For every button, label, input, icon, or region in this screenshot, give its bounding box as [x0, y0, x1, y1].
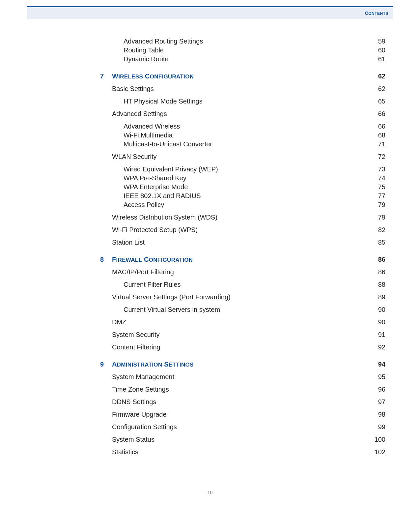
toc-page-number: 86 [369, 269, 385, 275]
toc-entry[interactable]: DDNS Settings97 [112, 399, 385, 405]
toc-entry[interactable]: Access Policy79 [124, 201, 385, 208]
toc-entry[interactable]: 9ADMINISTRATION SETTINGS94 [100, 361, 385, 368]
toc-entry[interactable]: 8FIREWALL CONFIGURATION86 [100, 256, 385, 263]
toc-entry-label: Advanced Routing Settings [124, 38, 203, 45]
toc-entry[interactable]: WPA Enterprise Mode75 [124, 184, 385, 190]
toc-entry-label: Wireless Distribution System (WDS) [112, 214, 217, 221]
toc-page-number: 71 [369, 141, 385, 147]
toc-entry[interactable]: Advanced Wireless66 [124, 123, 385, 130]
toc-entry[interactable]: 7WIRELESS CONFIGURATION62 [100, 73, 385, 79]
toc-page-number: 100 [369, 436, 385, 443]
toc-entry-label: Content Filtering [112, 344, 160, 350]
toc-entry[interactable]: Station List85 [112, 239, 385, 246]
toc-entry[interactable]: Wi-Fi Protected Setup (WPS)82 [112, 226, 385, 233]
toc-page-number: 88 [369, 281, 385, 288]
toc-page-number: 79 [369, 214, 385, 221]
toc-entry[interactable]: HT Physical Mode Settings65 [124, 98, 385, 104]
toc-page-number: 79 [369, 201, 385, 208]
toc-entry-label: WPA Enterprise Mode [124, 184, 188, 190]
toc-entry[interactable]: Advanced Routing Settings59 [124, 38, 385, 45]
toc-page-number: 62 [369, 85, 385, 92]
toc-entry-label: Multicast-to-Unicast Converter [124, 141, 212, 147]
toc-entry[interactable]: WPA Pre-Shared Key74 [124, 175, 385, 181]
toc-entry-label: Virtual Server Settings (Port Forwarding… [112, 294, 231, 300]
toc-page-number: 62 [369, 73, 385, 79]
toc-entry[interactable]: Routing Table60 [124, 47, 385, 53]
toc-entry-label: Current Virtual Servers in system [124, 306, 220, 313]
toc-entry-label: Routing Table [124, 47, 164, 53]
toc-entry-label: WPA Pre-Shared Key [124, 175, 186, 181]
toc-entry-label: Time Zone Settings [112, 386, 169, 393]
toc-entry-label: MAC/IP/Port Filtering [112, 269, 174, 275]
toc-entry[interactable]: DMZ90 [112, 319, 385, 325]
toc-page-number: 73 [369, 166, 385, 172]
toc-page-number: 91 [369, 331, 385, 338]
toc-entry[interactable]: Statistics102 [112, 449, 385, 455]
toc-entry-label: System Security [112, 331, 159, 338]
toc-entry-label: 9ADMINISTRATION SETTINGS [100, 361, 194, 368]
toc-entry-label: Advanced Settings [112, 110, 167, 117]
toc-entry[interactable]: Advanced Settings66 [112, 110, 385, 117]
toc-entry-label: DMZ [112, 319, 126, 325]
toc-page-number: 59 [369, 38, 385, 45]
page-footer: – 10 – [0, 490, 420, 495]
toc-page-number: 61 [369, 56, 385, 62]
toc-entry[interactable]: Virtual Server Settings (Port Forwarding… [112, 294, 385, 300]
toc-entry[interactable]: Content Filtering92 [112, 344, 385, 350]
toc-page-number: 102 [369, 449, 385, 455]
toc-page-number: 85 [369, 239, 385, 246]
toc-entry[interactable]: WLAN Security72 [112, 153, 385, 160]
toc-entry-label: Statistics [112, 449, 138, 455]
toc-entry[interactable]: Basic Settings62 [112, 85, 385, 92]
toc-entry[interactable]: Dynamic Route61 [124, 56, 385, 62]
table-of-contents: Advanced Routing Settings59Routing Table… [112, 36, 385, 461]
toc-entry-label: HT Physical Mode Settings [124, 98, 203, 104]
toc-entry[interactable]: Configuration Settings99 [112, 424, 385, 430]
toc-entry[interactable]: System Management95 [112, 373, 385, 380]
chapter-title: ADMINISTRATION SETTINGS [112, 361, 194, 368]
toc-entry[interactable]: Time Zone Settings96 [112, 386, 385, 393]
toc-entry-label: Station List [112, 239, 145, 246]
toc-entry[interactable]: Firmware Upgrade98 [112, 411, 385, 418]
footer-dash-left: – [202, 490, 208, 495]
toc-page-number: 66 [369, 123, 385, 130]
toc-entry[interactable]: Wireless Distribution System (WDS)79 [112, 214, 385, 221]
toc-entry-label: Firmware Upgrade [112, 411, 167, 418]
chapter-title: FIREWALL CONFIGURATION [112, 256, 193, 263]
toc-entry[interactable]: System Security91 [112, 331, 385, 338]
toc-entry[interactable]: Multicast-to-Unicast Converter71 [124, 141, 385, 147]
toc-page-number: 99 [369, 424, 385, 430]
toc-entry-label: 7WIRELESS CONFIGURATION [100, 73, 194, 79]
toc-entry-label: Current Filter Rules [124, 281, 181, 288]
toc-entry[interactable]: Current Virtual Servers in system90 [124, 306, 385, 313]
toc-page-number: 92 [369, 344, 385, 350]
toc-page-number: 94 [369, 361, 385, 368]
toc-page-number: 66 [369, 110, 385, 117]
toc-entry[interactable]: Current Filter Rules88 [124, 281, 385, 288]
document-page: CONTENTS Advanced Routing Settings59Rout… [0, 0, 420, 505]
toc-entry-label: DDNS Settings [112, 399, 156, 405]
toc-entry[interactable]: IEEE 802.1X and RADIUS77 [124, 193, 385, 199]
footer-page-number: 10 [208, 490, 213, 495]
chapter-number: 9 [100, 361, 112, 368]
toc-page-number: 82 [369, 226, 385, 233]
toc-page-number: 90 [369, 306, 385, 313]
toc-page-number: 97 [369, 399, 385, 405]
toc-entry[interactable]: Wired Equivalent Privacy (WEP)73 [124, 166, 385, 172]
toc-entry-label: IEEE 802.1X and RADIUS [124, 193, 201, 199]
toc-page-number: 68 [369, 132, 385, 138]
toc-entry-label: Wi-Fi Protected Setup (WPS) [112, 226, 198, 233]
toc-page-number: 74 [369, 175, 385, 181]
toc-entry[interactable]: Wi-Fi Multimedia68 [124, 132, 385, 138]
toc-entry[interactable]: MAC/IP/Port Filtering86 [112, 269, 385, 275]
toc-entry-label: WLAN Security [112, 153, 157, 160]
toc-page-number: 75 [369, 184, 385, 190]
toc-entry[interactable]: System Status100 [112, 436, 385, 443]
toc-page-number: 89 [369, 294, 385, 300]
footer-dash-right: – [212, 490, 218, 495]
toc-entry-label: Dynamic Route [124, 56, 169, 62]
header-title: CONTENTS [365, 11, 388, 16]
toc-page-number: 60 [369, 47, 385, 53]
chapter-number: 8 [100, 256, 112, 263]
toc-page-number: 86 [369, 256, 385, 263]
